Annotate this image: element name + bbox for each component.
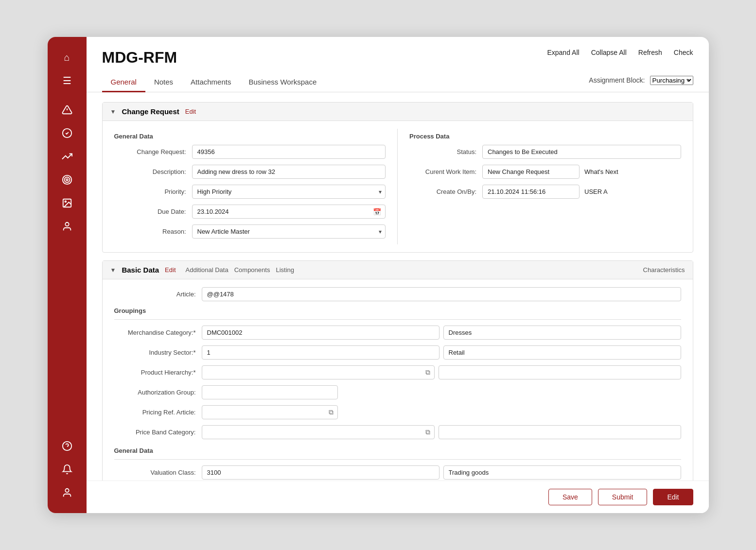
reason-select[interactable]: New Article MasterUpdate Existing [192,224,386,239]
tab-business-workspace[interactable]: Business Workspace [240,73,325,92]
price-band-desc-input[interactable] [439,425,681,439]
home-icon[interactable]: ⌂ [56,47,78,68]
authorization-group-input[interactable] [202,385,338,399]
due-date-input-wrapper: 📅 [192,205,386,219]
expand-all-button[interactable]: Expand All [547,49,579,56]
sidebar: ⌂ ☰ [48,37,87,513]
status-input[interactable] [482,145,681,159]
tabs: General Notes Attachments Business Works… [102,72,326,92]
basic-data-title: Basic Data [122,266,159,274]
work-item-input[interactable] [482,165,580,179]
components-link[interactable]: Components [234,266,270,274]
save-button[interactable]: Save [548,489,592,505]
due-date-label: Due Date: [114,208,192,215]
change-request-section: ▼ Change Request Edit General Data Chang… [102,102,693,253]
svg-point-4 [64,177,70,183]
valuation-class-field-row: Valuation Class: [114,465,681,480]
product-hierarchy-input[interactable] [202,366,422,379]
description-label: Description: [114,168,192,175]
collapse-icon[interactable]: ▼ [110,108,116,115]
due-date-input[interactable] [193,205,369,218]
target-icon[interactable] [56,169,78,190]
check-icon[interactable] [56,122,78,144]
reason-field-row: Reason: New Article MasterUpdate Existin… [114,224,386,239]
product-hierarchy-desc-input[interactable] [439,365,681,379]
reason-select-wrapper[interactable]: New Article MasterUpdate Existing [192,224,386,239]
industry-sector-desc-input[interactable] [443,345,681,360]
merchandise-category-desc-input[interactable] [443,326,681,340]
image-icon[interactable] [56,192,78,214]
price-band-label: Price Band Category: [114,429,202,436]
header-actions: Expand All Collapse All Refresh Check [547,49,693,56]
warning-icon[interactable] [56,99,78,120]
user-icon[interactable] [56,216,78,237]
whats-next-label[interactable]: What's Next [584,168,618,175]
article-input[interactable] [202,287,681,301]
change-request-input[interactable] [192,145,386,159]
basic-data-header: ▼ Basic Data Edit Additional Data Compon… [103,261,693,279]
calendar-icon[interactable]: 📅 [369,208,385,216]
valuation-class-input[interactable] [202,465,440,480]
description-field-row: Description: [114,165,386,179]
status-label: Status: [409,148,482,155]
tab-general[interactable]: General [102,73,145,92]
industry-sector-field-row: Industry Sector:* [114,345,681,360]
footer: Save Submit Edit [87,481,709,513]
menu-icon[interactable]: ☰ [56,70,78,91]
basic-data-edit-link[interactable]: Edit [165,266,176,274]
assignment-block-label: Assignment Block: [589,76,645,84]
pricing-ref-label: Pricing Ref. Article: [114,409,202,416]
assignment-block-select[interactable]: Purchasing [650,76,693,85]
help-icon[interactable] [56,435,78,457]
price-band-input-wrapper: ⧉ [202,425,435,439]
general-data-title: General Data [114,133,386,140]
pricing-ref-input-wrapper: ⧉ [202,405,338,419]
general-data-sub-title: General Data [114,447,681,454]
valuation-class-label: Valuation Class: [114,469,202,476]
work-item-field-row: Curent Work Item: What's Next [409,165,681,179]
change-request-edit-link[interactable]: Edit [185,108,196,115]
merchandise-category-input[interactable] [202,326,440,340]
copy-icon-priceband[interactable]: ⧉ [422,428,434,436]
priority-select-wrapper[interactable]: High PriorityMedium PriorityLow Priority [192,185,386,199]
industry-sector-label: Industry Sector:* [114,349,202,356]
pricing-ref-input[interactable] [202,406,325,419]
article-field-row: Article: [114,287,681,301]
general-data-col: General Data Change Request: Description… [114,129,386,244]
user-value: USER A [584,188,608,195]
profile-icon[interactable] [56,482,78,503]
priority-select[interactable]: High PriorityMedium PriorityLow Priority [192,185,386,199]
work-item-label: Curent Work Item: [409,168,482,175]
assignment-block-row: Assignment Block: Purchasing [589,76,693,89]
edit-button[interactable]: Edit [653,489,693,505]
additional-data-link[interactable]: Additional Data [186,266,229,274]
basic-collapse-icon[interactable]: ▼ [110,267,116,274]
price-band-input[interactable] [202,426,422,439]
change-request-title: Change Request [122,107,179,116]
basic-data-body: Article: Groupings Merchandise Category:… [103,279,693,481]
tab-notes[interactable]: Notes [145,73,182,92]
svg-point-7 [65,201,66,202]
merchandise-category-field-row: Merchandise Category:* [114,326,681,340]
valuation-class-desc-input[interactable] [443,465,681,480]
description-input[interactable] [192,165,386,179]
collapse-all-button[interactable]: Collapse All [591,49,627,56]
refresh-button[interactable]: Refresh [638,49,662,56]
trending-icon[interactable] [56,146,78,167]
bell-icon[interactable] [56,459,78,480]
listing-link[interactable]: Listing [276,266,294,274]
submit-button[interactable]: Submit [598,489,648,505]
svg-point-11 [65,489,69,492]
copy-icon-pricing[interactable]: ⧉ [325,408,337,416]
characteristics-link[interactable]: Characteristics [643,266,685,274]
copy-icon-product[interactable]: ⧉ [422,368,434,377]
tab-attachments[interactable]: Attachments [182,73,240,92]
create-onby-input[interactable] [482,185,580,199]
priority-field-row: Priority: High PriorityMedium PriorityLo… [114,185,386,199]
svg-point-8 [65,223,69,226]
industry-sector-input[interactable] [202,345,440,360]
price-band-field-row: Price Band Category: ⧉ [114,425,681,439]
merchandise-category-label: Merchandise Category:* [114,329,202,336]
process-data-col: Process Data Status: Curent Work Item: W… [409,129,681,244]
check-button[interactable]: Check [674,49,693,56]
